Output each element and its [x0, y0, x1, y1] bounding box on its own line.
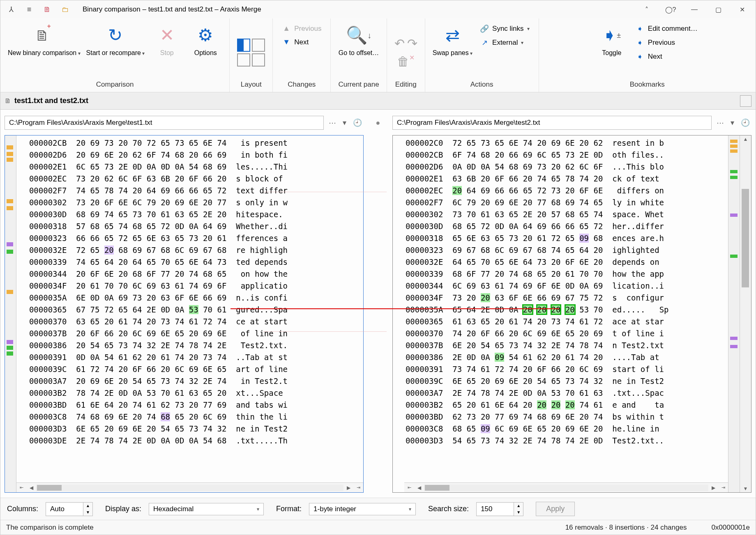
search-input[interactable]: [477, 503, 514, 515]
ribbon-group-label: Bookmarks: [630, 80, 665, 90]
external-icon: ↗: [480, 38, 489, 47]
comparison-title: test1.txt and test2.txt: [14, 96, 88, 105]
edit-comment-button[interactable]: ➧Edit comment…: [634, 23, 699, 34]
layout-horizontal-buttons[interactable]: [237, 39, 265, 52]
undo-redo-buttons[interactable]: ↶ ↷: [394, 36, 417, 51]
left-hex-body[interactable]: 000002CB 20 69 73 20 70 72 65 73 65 6E 7…: [16, 135, 363, 492]
next-bookmark-button[interactable]: ➧Next: [634, 51, 699, 62]
columns-input[interactable]: [46, 503, 83, 515]
ribbon-group-currentpane: 🔍↓ Go to offset… Current pane: [331, 18, 387, 92]
sync-links-button[interactable]: 🔗Sync links ▾: [478, 23, 531, 34]
new-file-icon[interactable]: 🗎: [38, 1, 56, 18]
format-select[interactable]: 1-byte integer: [309, 503, 416, 515]
columns-spinner[interactable]: ▲▼: [46, 502, 93, 516]
display-select[interactable]: Hexadecimal: [149, 503, 264, 515]
bookmark-prev-icon: ➧: [636, 38, 645, 47]
ribbon-group-changes: ▲Previous ▼Next Changes: [273, 18, 331, 92]
right-hex-body[interactable]: 000002C0 72 65 73 65 6E 74 20 69 6E 20 6…: [393, 135, 728, 492]
left-hex-view[interactable]: 000002CB 20 69 73 20 70 72 65 73 65 6E 7…: [5, 135, 364, 493]
h-scroll-track[interactable]: [424, 484, 708, 491]
goto-offset-button[interactable]: 🔍↓ Go to offset…: [339, 22, 379, 57]
collapse-ribbon-icon[interactable]: ˄: [635, 1, 659, 18]
open-folder-icon[interactable]: 🗀: [56, 1, 74, 18]
maximize-icon[interactable]: ▢: [706, 1, 730, 18]
up-arrow-icon[interactable]: ▲: [514, 503, 523, 509]
right-scrollbar[interactable]: ▲ ▼: [740, 135, 751, 492]
left-diff-gutter: [5, 135, 16, 492]
swap-panes-button[interactable]: ⇄ Swap panes: [433, 22, 472, 57]
h-scroll-track[interactable]: [36, 484, 343, 491]
dropdown-icon[interactable]: ▾: [341, 118, 348, 127]
next-change-button[interactable]: ▼Next: [280, 37, 323, 47]
path-menu-icon[interactable]: ⋯: [715, 118, 726, 127]
window-title: Binary comparison – test1.txt and test2.…: [74, 5, 261, 14]
magnifier-icon: 🔍↓: [346, 23, 371, 47]
menu-icon[interactable]: ≡: [20, 1, 38, 18]
link-icon: 🔗: [480, 24, 489, 33]
ribbon-group-label: Layout: [241, 80, 262, 90]
history-icon[interactable]: 🕘: [739, 118, 751, 127]
ribbon-group-actions: ⇄ Swap panes 🔗Sync links ▾ ↗External ▾ A…: [425, 18, 539, 92]
document-icon: 🗎+: [35, 23, 53, 47]
ribbon-group-label: Editing: [395, 80, 417, 90]
app-icon: ⅄: [2, 1, 20, 18]
ribbon-group-label: Changes: [288, 80, 316, 90]
previous-bookmark-button[interactable]: ➧Previous: [634, 37, 699, 48]
ribbon-group-comparison: 🗎+ New binary comparison ↻ Start or reco…: [0, 18, 230, 92]
ribbon-group-bookmarks: ➧± Toggle ➧Edit comment… ➧Previous ➧Next…: [539, 18, 756, 92]
nav-last-icon[interactable]: ⇥: [718, 485, 728, 490]
scroll-right-icon[interactable]: ▶: [343, 485, 353, 491]
redo-icon: ↷: [407, 36, 417, 51]
columns-label: Columns:: [7, 505, 38, 513]
scroll-left-icon[interactable]: ◀: [414, 485, 424, 491]
ribbon: 🗎+ New binary comparison ↻ Start or reco…: [0, 18, 756, 92]
toggle-bookmark-button[interactable]: ➧± Toggle: [595, 22, 628, 57]
bookmark-toggle-icon: ➧±: [602, 23, 621, 47]
center-connector: ●: [364, 115, 392, 493]
nav-first-icon[interactable]: ⇤: [16, 485, 26, 490]
down-arrow-icon[interactable]: ▼: [514, 509, 523, 516]
help-icon[interactable]: ◯?: [659, 1, 682, 18]
right-path-input[interactable]: C:\Program Files\Araxis\Araxis Merge\tes…: [392, 116, 712, 130]
history-icon[interactable]: 🕘: [351, 118, 364, 127]
down-arrow-icon[interactable]: ▼: [83, 509, 92, 516]
path-menu-icon[interactable]: ⋯: [327, 118, 338, 127]
minimize-icon[interactable]: —: [682, 1, 706, 18]
refresh-icon: ↻: [108, 23, 122, 47]
up-arrow-icon[interactable]: ▲: [83, 503, 92, 509]
left-pane: C:\Program Files\Araxis\Araxis Merge\tes…: [5, 115, 364, 493]
ribbon-group-editing: ↶ ↷ 🗑✕ Editing: [387, 18, 425, 92]
delete-button[interactable]: 🗑✕: [397, 55, 415, 69]
panel-toggle-button[interactable]: [740, 95, 751, 107]
search-spinner[interactable]: ▲▼: [476, 502, 523, 516]
dropdown-icon[interactable]: ▾: [729, 118, 736, 127]
comparison-title-row: 🗎 test1.txt and test2.txt: [0, 92, 756, 110]
start-recompare-button[interactable]: ↻ Start or recompare: [86, 22, 145, 57]
scroll-left-icon[interactable]: ◀: [26, 485, 36, 491]
ribbon-group-label: Comparison: [96, 80, 134, 90]
bookmark-edit-icon: ➧: [636, 24, 645, 33]
nav-first-icon[interactable]: ⇤: [404, 485, 414, 490]
gear-icon: ⚙: [198, 23, 213, 47]
nav-last-icon[interactable]: ⇥: [353, 485, 363, 490]
external-button[interactable]: ↗External ▾: [478, 37, 531, 48]
close-icon[interactable]: ✕: [730, 1, 754, 18]
status-message: The comparison is complete: [6, 524, 94, 532]
right-diff-overview: [728, 135, 740, 492]
new-binary-button[interactable]: 🗎+ New binary comparison: [8, 22, 81, 57]
status-offset: 0x0000001e: [711, 524, 750, 532]
layout-vertical-buttons[interactable]: [237, 53, 265, 67]
link-dot-icon[interactable]: ●: [376, 115, 380, 131]
up-triangle-icon: ▲: [282, 24, 291, 33]
previous-change-button[interactable]: ▲Previous: [280, 23, 323, 34]
ribbon-group-label: Current pane: [338, 80, 379, 90]
scroll-right-icon[interactable]: ▶: [708, 485, 718, 491]
stop-button[interactable]: ✕ Stop: [150, 22, 183, 57]
format-label: Format:: [276, 505, 302, 513]
right-hex-view[interactable]: 000002C0 72 65 73 65 6E 74 20 69 6E 20 6…: [392, 135, 751, 493]
left-path-input[interactable]: C:\Program Files\Araxis\Araxis Merge\tes…: [5, 116, 324, 130]
options-button[interactable]: ⚙ Options: [189, 22, 222, 57]
search-label: Search size:: [428, 505, 469, 513]
apply-button[interactable]: Apply: [536, 502, 575, 516]
stop-icon: ✕: [160, 23, 174, 47]
